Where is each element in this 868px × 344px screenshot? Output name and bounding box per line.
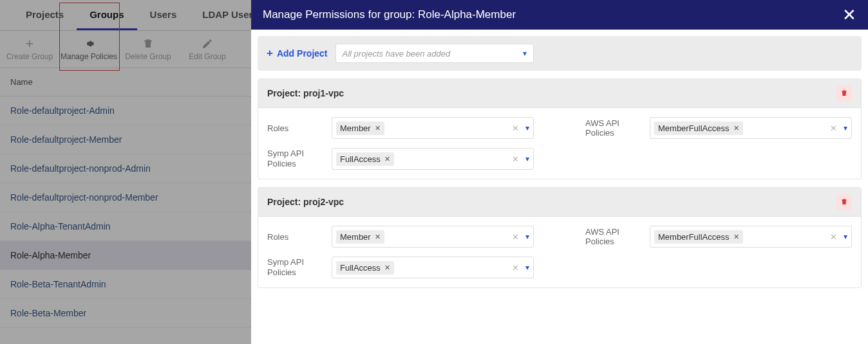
add-project-button[interactable]: + Add Project: [267, 47, 328, 60]
chip: FullAccess ✕: [336, 152, 394, 166]
clear-icon[interactable]: ✕: [512, 232, 519, 242]
chip: Member ✕: [336, 230, 384, 244]
chip-label: FullAccess: [340, 154, 381, 164]
project-select-placeholder: All projects have been added: [343, 49, 451, 59]
clear-icon[interactable]: ✕: [512, 154, 519, 164]
roles-select[interactable]: Member ✕ ✕ ▾: [332, 226, 534, 248]
plus-icon: +: [267, 47, 273, 60]
chevron-down-icon[interactable]: ▾: [525, 232, 529, 241]
chevron-down-icon[interactable]: ▾: [844, 123, 847, 132]
clear-icon[interactable]: ✕: [830, 123, 837, 133]
chip-remove-icon[interactable]: ✕: [375, 233, 381, 241]
symp-policies-select[interactable]: FullAccess ✕ ✕ ▾: [332, 148, 534, 170]
roles-select[interactable]: Member ✕ ✕ ▾: [332, 117, 534, 139]
aws-policies-label: AWS API Policies: [585, 118, 650, 138]
chip-remove-icon[interactable]: ✕: [375, 124, 381, 132]
chip-remove-icon[interactable]: ✕: [733, 124, 739, 132]
chip-label: FullAccess: [340, 263, 381, 273]
modal-title: Manage Permissions for group: Role-Alpha…: [263, 8, 516, 21]
aws-policies-select[interactable]: MemberFullAccess ✕ ✕ ▾: [650, 117, 852, 139]
add-project-bar: + Add Project All projects have been add…: [258, 36, 862, 71]
aws-policies-select[interactable]: MemberFullAccess ✕ ✕ ▾: [650, 226, 852, 248]
clear-icon[interactable]: ✕: [830, 232, 837, 242]
project-title: Project: proj1-vpc: [267, 88, 344, 98]
chevron-down-icon[interactable]: ▾: [844, 232, 847, 241]
roles-label: Roles: [267, 123, 332, 133]
chevron-down-icon[interactable]: ▾: [525, 263, 529, 272]
symp-policies-label: Symp API Policies: [267, 257, 332, 278]
project-select[interactable]: All projects have been added ▾: [335, 44, 534, 63]
close-icon[interactable]: ✕: [842, 6, 856, 23]
chevron-down-icon[interactable]: ▾: [525, 154, 529, 163]
chip-remove-icon[interactable]: ✕: [733, 233, 739, 241]
remove-project-button[interactable]: [836, 194, 852, 210]
clear-icon[interactable]: ✕: [512, 123, 519, 133]
symp-policies-label: Symp API Policies: [267, 149, 332, 170]
chevron-down-icon: ▾: [523, 49, 527, 58]
project-block: Project: proj2-vpc Roles Member ✕ ✕ ▾: [258, 187, 862, 288]
chip-label: MemberFullAccess: [658, 232, 730, 242]
chip-remove-icon[interactable]: ✕: [384, 155, 390, 163]
chip: MemberFullAccess ✕: [654, 230, 743, 244]
clear-icon[interactable]: ✕: [512, 263, 519, 273]
trash-icon: [840, 89, 848, 98]
chip-label: MemberFullAccess: [658, 123, 730, 133]
chip-label: Member: [340, 123, 371, 133]
chip: Member ✕: [336, 122, 384, 135]
chip-remove-icon[interactable]: ✕: [384, 264, 390, 272]
chip: FullAccess ✕: [336, 261, 394, 275]
add-project-label: Add Project: [277, 48, 328, 59]
trash-icon: [840, 197, 848, 206]
chevron-down-icon[interactable]: ▾: [525, 123, 529, 132]
chip: MemberFullAccess ✕: [654, 122, 743, 135]
remove-project-button[interactable]: [836, 86, 852, 101]
modal-header: Manage Permissions for group: Role-Alpha…: [251, 0, 868, 30]
chip-label: Member: [340, 232, 371, 242]
project-block: Project: proj1-vpc Roles Member ✕ ✕ ▾: [258, 78, 862, 179]
project-title: Project: proj2-vpc: [267, 197, 344, 207]
symp-policies-select[interactable]: FullAccess ✕ ✕ ▾: [332, 257, 534, 278]
manage-permissions-modal: Manage Permissions for group: Role-Alpha…: [251, 0, 868, 344]
aws-policies-label: AWS API Policies: [585, 227, 650, 246]
roles-label: Roles: [267, 232, 332, 242]
